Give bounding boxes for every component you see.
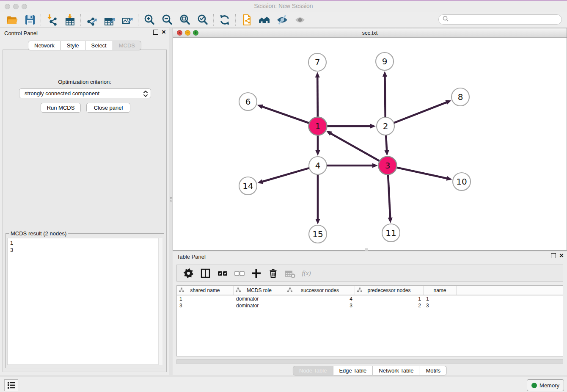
- float-panel-icon[interactable]: [153, 30, 158, 35]
- node-label-2: 2: [383, 121, 388, 131]
- zoom-selected-icon[interactable]: [194, 13, 212, 27]
- result-scrollbar[interactable]: [158, 238, 162, 365]
- control-panel-tabs: NetworkStyleSelectMCDS: [28, 41, 141, 50]
- home-icon[interactable]: [256, 13, 273, 27]
- flow-icon: [357, 287, 362, 294]
- column-header-successor-nodes[interactable]: successor nodes: [285, 286, 355, 295]
- table-row[interactable]: 3dominator323: [177, 302, 563, 309]
- cell[interactable]: 1: [355, 295, 424, 302]
- flow-icon: [287, 287, 292, 294]
- control-tab-network[interactable]: Network: [28, 41, 61, 50]
- window-resize-grip[interactable]: [365, 248, 368, 251]
- network-window-title: scc.txt: [173, 30, 567, 36]
- edge-1-6[interactable]: [261, 106, 309, 123]
- table-tab-edge-table[interactable]: Edge Table: [333, 366, 373, 375]
- run-mcds-button[interactable]: Run MCDS: [41, 103, 81, 113]
- float-table-panel-icon[interactable]: [551, 253, 556, 258]
- table-toolbar: f(x): [176, 265, 563, 282]
- edge-2-8[interactable]: [394, 102, 447, 123]
- table-scrollbar-track[interactable]: [176, 359, 563, 364]
- cell[interactable]: 1: [177, 295, 234, 302]
- deselect-all-icon[interactable]: [234, 268, 245, 279]
- control-tab-style[interactable]: Style: [61, 41, 85, 50]
- network-window-titlebar[interactable]: × − + scc.txt: [173, 28, 567, 38]
- cell[interactable]: 3: [424, 302, 457, 309]
- close-table-panel-icon[interactable]: ×: [559, 253, 564, 258]
- table-body: 1dominator4113dominator323: [177, 295, 563, 309]
- table-panel-title: Table Panel: [177, 254, 206, 260]
- zoom-fit-icon[interactable]: [176, 13, 194, 27]
- table-row[interactable]: 1dominator411: [177, 295, 563, 302]
- cell[interactable]: dominator: [234, 302, 285, 309]
- network-graph-canvas[interactable]: 7968124314101511: [173, 38, 567, 250]
- export-network-icon[interactable]: [83, 13, 101, 27]
- edge-arrowhead: [388, 218, 393, 223]
- edge-arrowhead: [370, 124, 376, 128]
- refresh-icon[interactable]: [216, 13, 234, 27]
- top-accent-strip: [0, 0, 567, 1]
- control-panel: Control Panel × NetworkStyleSelectMCDS O…: [0, 28, 169, 375]
- memory-label: Memory: [539, 382, 559, 389]
- table-tab-network-table[interactable]: Network Table: [373, 366, 420, 375]
- task-history-button[interactable]: [4, 379, 18, 391]
- cell[interactable]: 2: [355, 302, 424, 309]
- application-window: Session: New Session Control Panel × Net…: [0, 0, 567, 392]
- control-tab-select[interactable]: Select: [85, 41, 113, 50]
- edge-1-7[interactable]: [317, 77, 318, 117]
- column-icon[interactable]: [200, 268, 211, 279]
- node-label-8: 8: [458, 92, 463, 102]
- node-label-10: 10: [456, 177, 467, 187]
- edge-4-14[interactable]: [262, 168, 309, 182]
- table-panel: Table Panel × f(x) shared name MCDS role…: [173, 251, 567, 375]
- column-header-shared-name[interactable]: shared name: [177, 286, 234, 295]
- import-network-icon[interactable]: [43, 13, 61, 27]
- close-panel-icon[interactable]: ×: [162, 30, 166, 35]
- open-session-icon[interactable]: [3, 13, 21, 27]
- import-table-icon[interactable]: [61, 13, 79, 27]
- edge-3-10[interactable]: [396, 167, 448, 178]
- clone-network-icon[interactable]: [238, 13, 256, 27]
- title-bar: Session: New Session: [0, 0, 567, 12]
- edge-3-1[interactable]: [330, 133, 380, 161]
- cell[interactable]: 3: [285, 302, 355, 309]
- hide-selected-icon[interactable]: [273, 13, 291, 27]
- export-table-icon[interactable]: [101, 13, 118, 27]
- edge-2-9[interactable]: [385, 76, 385, 117]
- table-header-row: shared name MCDS role successor nodes pr…: [177, 286, 563, 295]
- column-header-MCDS-role[interactable]: MCDS role: [234, 286, 285, 295]
- control-tab-mcds[interactable]: MCDS: [113, 41, 141, 50]
- edge-3-11[interactable]: [388, 174, 390, 218]
- mcds-result-box: MCDS result (2 nodes) 13: [6, 230, 164, 368]
- column-header-predecessor-nodes[interactable]: predecessor nodes: [355, 286, 424, 295]
- memory-button[interactable]: Memory: [527, 379, 564, 391]
- search-box[interactable]: [438, 14, 562, 25]
- zoom-out-icon[interactable]: [158, 13, 176, 27]
- table-tab-node-table[interactable]: Node Table: [293, 366, 333, 375]
- window-title: Session: New Session: [0, 3, 567, 9]
- export-image-icon[interactable]: [118, 13, 136, 27]
- mcds-result-list[interactable]: 13: [7, 238, 162, 365]
- cell[interactable]: 3: [177, 302, 234, 309]
- criterion-select[interactable]: strongly connected component: [19, 88, 151, 98]
- cell[interactable]: 1: [424, 295, 457, 302]
- table-tab-motifs[interactable]: Motifs: [420, 366, 447, 375]
- cell[interactable]: dominator: [234, 295, 285, 302]
- mcds-result-title: MCDS result (2 nodes): [9, 230, 68, 237]
- column-header-name[interactable]: name: [424, 286, 457, 295]
- delete-icon[interactable]: [267, 268, 279, 279]
- add-icon[interactable]: [250, 268, 262, 279]
- cell[interactable]: 4: [285, 295, 355, 302]
- close-panel-button[interactable]: Close panel: [86, 103, 130, 113]
- show-all-icon[interactable]: [291, 13, 309, 27]
- search-input[interactable]: [449, 16, 561, 23]
- gear-icon[interactable]: [183, 268, 194, 279]
- mcds-result-line: 3: [10, 246, 160, 254]
- edge-2-3[interactable]: [386, 135, 387, 151]
- optimization-criterion-label: Optimization criterion:: [3, 79, 166, 85]
- save-session-icon[interactable]: [21, 13, 39, 27]
- select-all-icon[interactable]: [217, 268, 228, 279]
- flow-icon: [179, 287, 184, 294]
- panel-resize-grip[interactable]: [170, 196, 172, 202]
- zoom-in-icon[interactable]: [140, 13, 158, 27]
- node-label-15: 15: [312, 229, 323, 239]
